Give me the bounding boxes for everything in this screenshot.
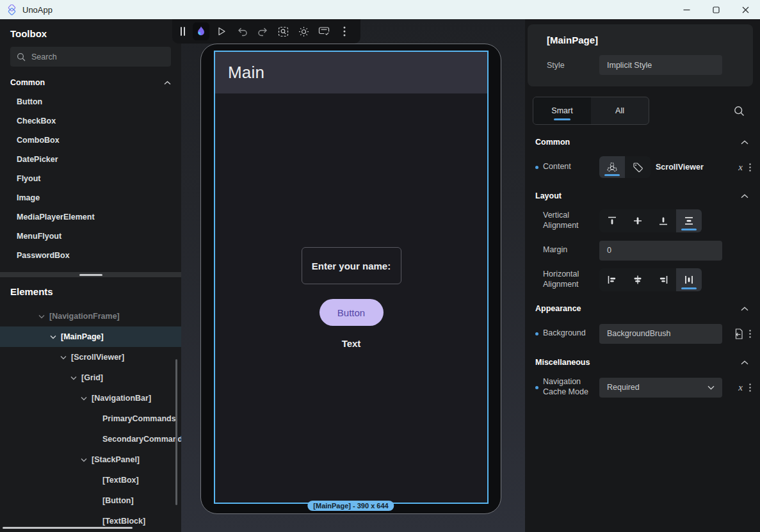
halign-left-button[interactable] xyxy=(599,268,625,291)
property-row-vertical-alignment: Vertical Alignment xyxy=(525,209,760,232)
design-toolbar xyxy=(172,19,360,44)
tree-item-primarycommands[interactable]: PrimaryCommands xyxy=(0,408,181,429)
toolbox-item-flyout[interactable]: Flyout xyxy=(0,169,181,188)
selection-size-badge: [MainPage] - 390 x 644 xyxy=(307,501,394,511)
section-appearance[interactable]: Appearance xyxy=(525,302,760,316)
vertical-alignment-toggle xyxy=(599,209,702,232)
halign-stretch-button[interactable] xyxy=(676,268,702,291)
hot-design-flame-button[interactable] xyxy=(193,22,209,40)
toolbox-search-input[interactable]: Search xyxy=(10,47,171,67)
chevron-down-icon[interactable] xyxy=(50,335,56,339)
tree-item-navigationbar[interactable]: [NavigationBar] xyxy=(0,388,181,408)
binding-icon[interactable]: x xyxy=(738,382,743,393)
tree-item-navigationframe[interactable]: [NavigationFrame] xyxy=(0,306,181,326)
chevron-down-icon[interactable] xyxy=(60,355,67,360)
halign-center-button[interactable] xyxy=(625,268,651,291)
elements-vertical-scrollbar[interactable] xyxy=(175,359,177,505)
chevron-down-icon[interactable] xyxy=(38,314,45,319)
kebab-menu-icon[interactable] xyxy=(749,383,751,392)
chevron-down-icon[interactable] xyxy=(70,376,77,380)
valign-stretch-button[interactable] xyxy=(676,209,702,232)
phone-page-title[interactable]: Main xyxy=(228,63,264,83)
toolbox-item-combobox[interactable]: ComboBox xyxy=(0,131,181,150)
chevron-down-icon[interactable] xyxy=(81,396,87,401)
design-canvas[interactable]: Main Enter your name: Button Text [MainP… xyxy=(181,19,525,532)
resource-reference-icon[interactable] xyxy=(734,328,743,339)
tree-item-stackpanel[interactable]: [StackPanel] xyxy=(0,449,181,470)
toolbox-item-checkbox[interactable]: CheckBox xyxy=(0,111,181,131)
panel-splitter[interactable] xyxy=(0,272,181,277)
tree-item-scrollviewer[interactable]: [ScrollViewer] xyxy=(0,347,181,367)
valign-top-button[interactable] xyxy=(599,209,625,232)
margin-input[interactable]: 0 xyxy=(599,241,722,261)
play-icon xyxy=(216,26,227,36)
toolbox-item-passwordbox[interactable]: PasswordBox xyxy=(0,246,181,265)
close-button[interactable] xyxy=(731,0,760,19)
style-input[interactable]: Implicit Style xyxy=(599,55,722,75)
tab-all[interactable]: All xyxy=(591,97,649,124)
phone-button[interactable]: Button xyxy=(319,299,384,326)
tree-item-textbox[interactable]: [TextBox] xyxy=(0,470,181,490)
toolbox-item-mediaplayerelement[interactable]: MediaPlayerElement xyxy=(0,207,181,227)
element-tree: [NavigationFrame] [MainPage] [ScrollView… xyxy=(0,306,181,531)
navigation-cache-mode-label: Navigation Cache Mode xyxy=(543,377,593,397)
play-button[interactable] xyxy=(213,22,230,40)
content-tag-mode-button[interactable] xyxy=(625,156,651,178)
valign-bottom-button[interactable] xyxy=(651,209,676,232)
device-options-button[interactable] xyxy=(316,22,332,40)
toolbox-title: Toolbox xyxy=(0,19,181,39)
toolbar-drag-handle-icon[interactable] xyxy=(179,22,186,40)
phone-nav-bar[interactable]: Main xyxy=(215,52,487,93)
inspect-element-icon xyxy=(278,26,289,37)
tab-smart[interactable]: Smart xyxy=(533,97,591,124)
background-label: Background xyxy=(543,328,593,339)
property-row-navigation-cache-mode: Navigation Cache Mode Required x xyxy=(525,376,760,399)
valign-center-button[interactable] xyxy=(625,209,651,232)
modified-indicator-dot xyxy=(535,166,538,169)
chevron-down-icon[interactable] xyxy=(81,458,87,462)
toolbox-item-image[interactable]: Image xyxy=(0,188,181,207)
mainpage-selection-outline[interactable]: Main Enter your name: Button Text xyxy=(214,51,489,504)
section-common[interactable]: Common xyxy=(525,135,760,149)
tree-item-secondarycommands[interactable]: SecondaryCommands xyxy=(0,429,181,449)
section-layout[interactable]: Layout xyxy=(525,189,760,203)
tree-item-button[interactable]: [Button] xyxy=(0,490,181,511)
inspect-element-button[interactable] xyxy=(275,22,291,40)
tree-item-mainpage[interactable]: [MainPage] xyxy=(0,326,181,347)
content-value[interactable]: ScrollViewer xyxy=(656,163,704,172)
property-row-horizontal-alignment: Horizontal Alignment xyxy=(525,268,760,291)
minimize-button[interactable] xyxy=(672,0,701,19)
webhook-icon xyxy=(606,161,618,173)
phone-page-body[interactable]: Enter your name: Button Text xyxy=(215,93,487,503)
kebab-menu-icon[interactable] xyxy=(749,330,751,338)
vertical-alignment-label: Vertical Alignment xyxy=(543,211,593,230)
undo-button[interactable] xyxy=(234,22,250,40)
chevron-up-icon xyxy=(741,360,748,365)
align-right-icon xyxy=(658,274,669,286)
maximize-button[interactable] xyxy=(701,0,731,19)
align-bottom-icon xyxy=(658,215,669,227)
content-element-mode-button[interactable] xyxy=(599,156,625,178)
toolbox-section-common[interactable]: Common xyxy=(0,76,181,90)
halign-right-button[interactable] xyxy=(651,268,676,291)
elements-horizontal-scrollbar[interactable] xyxy=(3,527,133,529)
property-row-margin: Margin 0 xyxy=(525,239,760,262)
toolbox-item-button[interactable]: Button xyxy=(0,92,181,111)
section-miscellaneous[interactable]: Miscellaneous xyxy=(525,355,760,369)
toolbox-item-menuflyout[interactable]: MenuFlyout xyxy=(0,227,181,246)
properties-search-icon[interactable] xyxy=(734,106,745,117)
phone-textbox[interactable]: Enter your name: xyxy=(302,247,401,284)
navigation-cache-mode-dropdown[interactable]: Required xyxy=(599,378,722,398)
content-label: Content xyxy=(543,162,593,172)
phone-textblock[interactable]: Text xyxy=(342,338,361,349)
background-input[interactable]: BackgroundBrush xyxy=(599,324,722,344)
selected-element-name: [MainPage] xyxy=(547,35,743,45)
tree-item-grid[interactable]: [Grid] xyxy=(0,367,181,388)
align-vertical-center-icon xyxy=(632,215,643,227)
toolbox-item-datepicker[interactable]: DatePicker xyxy=(0,150,181,169)
more-menu-button[interactable] xyxy=(336,22,353,40)
kebab-menu-icon[interactable] xyxy=(749,163,751,172)
theme-toggle-button[interactable] xyxy=(295,22,312,40)
redo-button[interactable] xyxy=(254,22,271,40)
binding-icon[interactable]: x xyxy=(738,162,743,173)
